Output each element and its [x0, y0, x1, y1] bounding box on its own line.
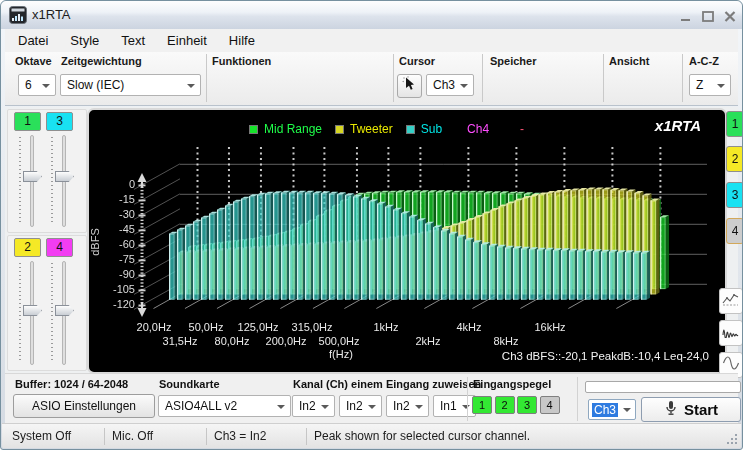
- fader-ticks: [51, 263, 53, 363]
- right-channel-2-button[interactable]: 2: [726, 146, 743, 172]
- kanal-ch4-select[interactable]: In1: [433, 395, 476, 417]
- cursor-arrow-icon: [402, 76, 418, 96]
- close-button[interactable]: [722, 9, 738, 24]
- cursor-tool-button[interactable]: [397, 74, 422, 98]
- pegel-channel-2-button[interactable]: 2: [495, 396, 515, 414]
- soundcard-panel: Buffer: 1024 / 64-2048 ASIO Einstellunge…: [5, 373, 738, 424]
- resize-grip[interactable]: [726, 433, 738, 445]
- asio-settings-button[interactable]: ASIO Einstellungen: [13, 394, 155, 418]
- fader-thumb[interactable]: [55, 171, 74, 182]
- toolbar-divider: [603, 54, 604, 102]
- channel-2-mute-button[interactable]: 2: [14, 238, 41, 257]
- toolbar-divider: [682, 54, 683, 102]
- kanal-label: Kanal (Ch) einem Eingang zuweisen: [293, 378, 481, 390]
- cursor-label: Cursor: [399, 55, 435, 67]
- fader-ticks: [51, 137, 53, 225]
- start-button[interactable]: Start: [641, 397, 741, 422]
- sine-wave-icon: [722, 356, 740, 374]
- channel-4-fader[interactable]: [45, 261, 75, 365]
- menu-bar: DateiStyleTextEinheitHilfe: [5, 29, 738, 52]
- rta-3d-canvas[interactable]: [89, 110, 725, 372]
- kanal-ch2-select[interactable]: In2: [339, 395, 382, 417]
- maximize-button[interactable]: [700, 9, 716, 24]
- status-item-4: Peak shown for selected cursor channel.: [314, 429, 530, 443]
- view-decay-wave-button[interactable]: [719, 320, 743, 346]
- status-divider: [206, 428, 207, 445]
- menu-item-datei[interactable]: Datei: [7, 31, 59, 50]
- title-bar[interactable]: x1RTA: [1, 1, 742, 29]
- kanal-value: In2: [299, 399, 316, 413]
- toolbar: Oktave 6 Zeitgewichtung Slow (IEC) Funkt…: [5, 52, 738, 106]
- toolbar-divider: [206, 54, 207, 102]
- channel-3-mute-button[interactable]: 3: [46, 112, 73, 131]
- window-title: x1RTA: [32, 7, 71, 22]
- kanal-value: In2: [346, 399, 363, 413]
- rta-chart-panel[interactable]: Mid RangeTweeterSubCh4- x1RTA dBFS f(Hz)…: [87, 108, 727, 374]
- status-bar: System OffMic. OffCh3 = In2Peak shown fo…: [2, 423, 741, 448]
- fader-thumb[interactable]: [55, 305, 74, 316]
- cursor-channel-select[interactable]: Ch3: [426, 74, 474, 96]
- pegel-channel-3-button[interactable]: 3: [517, 396, 537, 414]
- microphone-icon: [664, 400, 678, 419]
- channel-1-mute-button[interactable]: 1: [14, 112, 41, 131]
- funktionen-label: Funktionen: [212, 55, 271, 67]
- oktave-label: Oktave: [15, 55, 52, 67]
- start-channel-select[interactable]: Ch3: [588, 399, 636, 420]
- channel-4-mute-button[interactable]: 4: [46, 238, 73, 257]
- fader-thumb[interactable]: [23, 305, 42, 316]
- menu-item-einheit[interactable]: Einheit: [156, 31, 218, 50]
- speicher-label: Speicher: [490, 55, 536, 67]
- right-channel-1-button[interactable]: 1: [726, 111, 743, 137]
- decay-wave-icon: [722, 324, 740, 342]
- ansicht-label: Ansicht: [609, 55, 649, 67]
- soundkarte-label: Soundkarte: [159, 378, 220, 390]
- minimize-button[interactable]: [678, 9, 694, 24]
- kanal-ch3-select[interactable]: In2: [386, 395, 429, 417]
- menu-item-style[interactable]: Style: [59, 31, 110, 50]
- mixer-group-1: 13: [7, 109, 87, 233]
- buffer-label: Buffer: 1024 / 64-2048: [15, 378, 128, 390]
- pegel-label: Eingangspegel: [473, 378, 551, 390]
- menu-item-hilfe[interactable]: Hilfe: [218, 31, 266, 50]
- status-divider: [306, 428, 307, 445]
- status-item-1: System Off: [12, 429, 71, 443]
- status-item-2: Mic. Off: [112, 429, 153, 443]
- toolbar-divider: [393, 54, 394, 102]
- app-icon: [9, 6, 27, 24]
- bottom-divider: [467, 377, 468, 421]
- pegel-channel-4-button[interactable]: 4: [540, 396, 560, 414]
- channel-3-fader[interactable]: [45, 135, 75, 227]
- status-divider: [104, 428, 105, 445]
- fader-ticks: [19, 263, 21, 363]
- right-channel-3-button[interactable]: 3: [726, 182, 743, 208]
- status-item-3: Ch3 = In2: [214, 429, 266, 443]
- menu-item-text[interactable]: Text: [110, 31, 156, 50]
- main-area: 1324 Mid RangeTweeterSubCh4- x1RTA dBFS …: [5, 107, 738, 373]
- fader-ticks: [19, 137, 21, 225]
- channel-2-fader[interactable]: [13, 261, 43, 365]
- zeitgewichtung-label: Zeitgewichtung: [61, 55, 142, 67]
- acz-select[interactable]: Z: [689, 74, 731, 96]
- toolbar-divider: [482, 54, 483, 102]
- soundkarte-select[interactable]: ASIO4ALL v2: [158, 395, 291, 417]
- app-window: x1RTA DateiStyleTextEinheitHilfe Oktave …: [0, 0, 743, 450]
- right-channel-4-button[interactable]: 4: [726, 218, 743, 244]
- level-progress-bar: [585, 381, 741, 393]
- view-chart-line-button[interactable]: [719, 288, 743, 314]
- acz-label: A-C-Z: [689, 55, 719, 67]
- kanal-value: In1: [440, 399, 457, 413]
- kanal-ch1-select[interactable]: In2: [292, 395, 335, 417]
- zeitgewichtung-select[interactable]: Slow (IEC): [60, 74, 201, 96]
- chart-line-icon: [722, 292, 740, 310]
- fader-thumb[interactable]: [23, 171, 42, 182]
- channel-1-fader[interactable]: [13, 135, 43, 227]
- oktave-select[interactable]: 6: [18, 74, 56, 96]
- pegel-channel-1-button[interactable]: 1: [472, 396, 492, 414]
- bottom-divider: [577, 377, 578, 421]
- mixer-group-2: 24: [7, 235, 87, 371]
- kanal-value: In2: [393, 399, 410, 413]
